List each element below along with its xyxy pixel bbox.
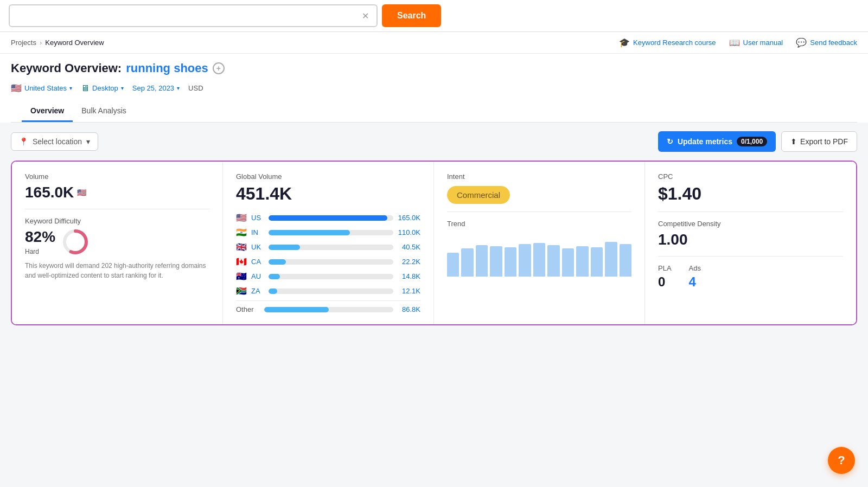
ca-code: CA xyxy=(251,258,264,266)
volume-value: 165.0K xyxy=(25,184,74,201)
add-to-list-button[interactable]: + xyxy=(213,62,225,74)
breadcrumb-chevron: › xyxy=(40,39,42,47)
feedback-icon: 💬 xyxy=(796,37,807,48)
date-label: Sep 25, 2023 xyxy=(132,84,174,92)
country-row-ca: 🇨🇦 CA 22.2K xyxy=(236,257,420,267)
trend-bar-4 xyxy=(490,246,502,277)
country-row-us: 🇺🇸 US 165.0K xyxy=(236,213,420,223)
page-title-area: Keyword Overview: running shoes + 🇺🇸 Uni… xyxy=(0,54,868,123)
device-label: Desktop xyxy=(92,84,118,92)
tab-bulk-analysis[interactable]: Bulk Analysis xyxy=(73,101,135,122)
country-list: 🇺🇸 US 165.0K 🇮🇳 IN 110.0K 🇬🇧 UK 40.5K xyxy=(236,213,420,313)
in-flag-icon: 🇮🇳 xyxy=(236,227,247,238)
search-input-wrap: running shoes ✕ xyxy=(9,4,378,27)
currency-label: USD xyxy=(188,84,203,92)
location-filter-button[interactable]: 🇺🇸 United States ▾ xyxy=(11,81,72,95)
action-buttons: ↻ Update metrics 0/1,000 ⬆ Export to PDF xyxy=(658,131,857,152)
au-code: AU xyxy=(251,272,264,280)
trend-bar-5 xyxy=(505,247,516,277)
country-row-au: 🇦🇺 AU 14.8K xyxy=(236,271,420,281)
location-pin-icon: 📍 xyxy=(19,137,28,146)
country-row-uk: 🇬🇧 UK 40.5K xyxy=(236,242,420,252)
tabs: Overview Bulk Analysis xyxy=(11,101,857,123)
breadcrumb-current: Keyword Overview xyxy=(45,39,104,47)
location-chevron-icon: ▾ xyxy=(69,85,72,91)
global-volume-card: Global Volume 451.4K 🇺🇸 US 165.0K 🇮🇳 IN … xyxy=(223,162,434,324)
uk-value: 40.5K xyxy=(398,243,420,251)
us-flag-icon: 🇺🇸 xyxy=(236,213,247,223)
select-location-button[interactable]: 📍 Select location ▾ xyxy=(11,132,98,151)
action-row: 📍 Select location ▾ ↻ Update metrics 0/1… xyxy=(11,131,857,152)
course-icon: 🎓 xyxy=(619,37,630,48)
keyword-research-course-link[interactable]: 🎓 Keyword Research course xyxy=(619,37,716,48)
in-code: IN xyxy=(251,228,264,236)
za-code: ZA xyxy=(251,287,264,295)
device-chevron-icon: ▾ xyxy=(121,85,124,91)
kd-row: 82% Hard xyxy=(25,228,209,255)
ads-item: Ads 4 xyxy=(689,264,701,290)
filter-row: 🇺🇸 United States ▾ 🖥 Desktop ▾ Sep 25, 2… xyxy=(11,75,857,95)
trend-bar-1 xyxy=(447,253,459,277)
country-row-in: 🇮🇳 IN 110.0K xyxy=(236,227,420,238)
cpc-label: CPC xyxy=(658,172,843,181)
trend-bar-2 xyxy=(461,248,473,277)
global-volume-label: Global Volume xyxy=(236,172,420,181)
trend-label: Trend xyxy=(447,220,631,228)
search-bar: running shoes ✕ Search xyxy=(0,0,868,32)
kd-rating: Hard xyxy=(25,248,55,255)
pla-item: PLA 0 xyxy=(658,264,672,290)
device-filter-button[interactable]: 🖥 Desktop ▾ xyxy=(81,81,124,95)
export-pdf-button[interactable]: ⬆ Export to PDF xyxy=(781,131,857,152)
cpc-card: CPC $1.40 Competitive Density 1.00 PLA 0… xyxy=(645,162,856,324)
search-button[interactable]: Search xyxy=(382,4,441,27)
clear-button[interactable]: ✕ xyxy=(360,11,371,21)
trend-bar-11 xyxy=(591,247,603,277)
tab-overview[interactable]: Overview xyxy=(22,101,73,122)
au-flag-icon: 🇦🇺 xyxy=(236,271,247,281)
uk-flag-icon: 🇬🇧 xyxy=(236,242,247,252)
date-filter-button[interactable]: Sep 25, 2023 ▾ xyxy=(132,82,180,94)
breadcrumb-projects[interactable]: Projects xyxy=(11,39,36,47)
trend-bar-7 xyxy=(533,243,545,277)
ca-value: 22.2K xyxy=(398,258,420,266)
location-flag: 🇺🇸 xyxy=(11,83,22,93)
search-input[interactable]: running shoes xyxy=(15,11,360,21)
kd-label: Keyword Difficulty xyxy=(25,217,209,225)
cpc-value: $1.40 xyxy=(658,184,843,204)
user-manual-link[interactable]: 📖 User manual xyxy=(729,37,783,48)
comp-density-label: Competitive Density xyxy=(658,220,843,228)
main-content: 📍 Select location ▾ ↻ Update metrics 0/1… xyxy=(0,123,868,334)
header-row: Projects › Keyword Overview 🎓 Keyword Re… xyxy=(0,32,868,54)
trend-bar-8 xyxy=(547,245,559,277)
au-value: 14.8K xyxy=(398,272,420,280)
update-metrics-button[interactable]: ↻ Update metrics 0/1,000 xyxy=(658,131,776,152)
keyword-research-course-label: Keyword Research course xyxy=(633,39,716,47)
ads-label: Ads xyxy=(689,264,701,272)
trend-chart xyxy=(447,233,631,277)
send-feedback-link[interactable]: 💬 Send feedback xyxy=(796,37,857,48)
ads-value: 4 xyxy=(689,274,701,290)
send-feedback-label: Send feedback xyxy=(810,39,857,47)
page-title-prefix: Keyword Overview: xyxy=(11,61,122,75)
trend-bar-12 xyxy=(605,242,617,277)
us-code: US xyxy=(251,214,264,222)
global-volume-value: 451.4K xyxy=(236,184,420,204)
intent-trend-card: Intent Commercial Trend xyxy=(434,162,645,324)
volume-label: Volume xyxy=(25,172,209,181)
trend-bar-6 xyxy=(519,244,531,277)
pla-label: PLA xyxy=(658,264,672,272)
breadcrumb: Projects › Keyword Overview xyxy=(11,39,104,47)
kd-description: This keyword will demand 202 high-author… xyxy=(25,261,209,280)
export-pdf-label: Export to PDF xyxy=(800,137,848,146)
in-value: 110.0K xyxy=(398,228,420,236)
za-flag-icon: 🇿🇦 xyxy=(236,286,247,296)
kd-donut-chart xyxy=(62,228,89,255)
header-links: 🎓 Keyword Research course 📖 User manual … xyxy=(619,37,857,48)
export-icon: ⬆ xyxy=(790,137,797,146)
trend-bar-9 xyxy=(562,248,574,277)
select-location-label: Select location xyxy=(33,137,82,146)
volume-flag: 🇺🇸 xyxy=(77,188,86,197)
volume-card: Volume 165.0K 🇺🇸 Keyword Difficulty 82% … xyxy=(12,162,223,324)
update-count-badge: 0/1,000 xyxy=(737,137,767,146)
user-manual-label: User manual xyxy=(743,39,783,47)
